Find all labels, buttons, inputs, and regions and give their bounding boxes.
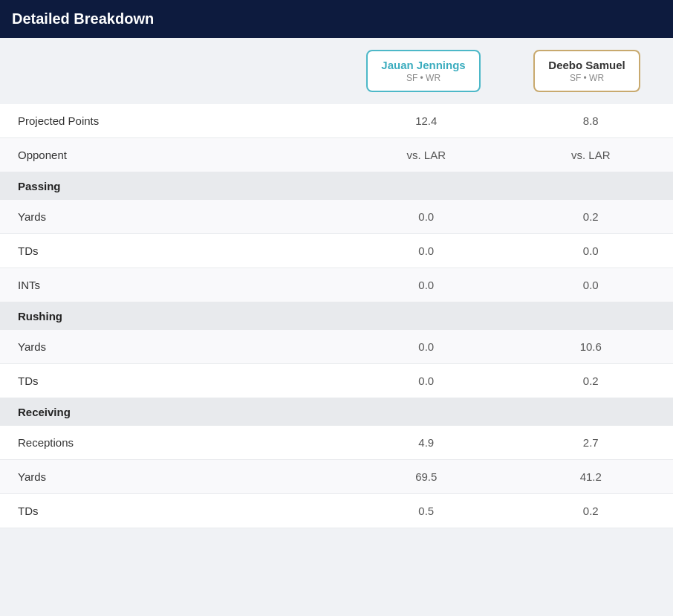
stat-val1: 0.0 — [344, 330, 508, 364]
section-row: Rushing — [0, 302, 673, 331]
stat-row: TDs0.50.2 — [0, 494, 673, 528]
player1-card: Jauan Jennings SF • WR — [366, 50, 480, 92]
stat-val1: 0.0 — [344, 364, 508, 398]
section-label: Receiving — [0, 398, 673, 427]
stat-val2: 2.7 — [509, 426, 673, 460]
content-area: Jauan Jennings SF • WR Deebo Samuel SF •… — [0, 38, 673, 528]
stat-row: Opponentvs. LARvs. LAR — [0, 138, 673, 172]
stat-val2: vs. LAR — [509, 138, 673, 172]
stat-row: Receptions4.92.7 — [0, 426, 673, 460]
stat-label: TDs — [0, 364, 344, 398]
stat-label: Receptions — [0, 426, 344, 460]
player1-name: Jauan Jennings — [381, 59, 465, 71]
player1-header: Jauan Jennings SF • WR — [342, 50, 505, 92]
section-label: Passing — [0, 172, 673, 201]
player2-card: Deebo Samuel SF • WR — [533, 50, 640, 92]
stat-val1: 0.0 — [344, 234, 508, 268]
stat-val2: 41.2 — [509, 460, 673, 494]
section-label: Rushing — [0, 302, 673, 331]
player2-header: Deebo Samuel SF • WR — [505, 50, 669, 92]
stat-val1: 69.5 — [344, 460, 508, 494]
stat-row: INTs0.00.0 — [0, 268, 673, 302]
stat-val1: vs. LAR — [344, 138, 508, 172]
page-title: Detailed Breakdown — [12, 10, 154, 27]
stat-val1: 4.9 — [344, 426, 508, 460]
stat-row: Yards0.00.2 — [0, 200, 673, 234]
stat-label: TDs — [0, 494, 344, 528]
stat-label: Yards — [0, 460, 344, 494]
stat-val1: 0.5 — [344, 494, 508, 528]
stat-val2: 0.2 — [509, 364, 673, 398]
player2-name: Deebo Samuel — [548, 59, 625, 71]
stat-label: INTs — [0, 268, 344, 302]
header: Detailed Breakdown — [0, 0, 673, 38]
stat-row: Yards69.541.2 — [0, 460, 673, 494]
stat-row: TDs0.00.2 — [0, 364, 673, 398]
stat-val2: 10.6 — [509, 330, 673, 364]
stat-val2: 0.2 — [509, 200, 673, 234]
stat-label: Projected Points — [0, 104, 344, 138]
stat-label: Opponent — [0, 138, 344, 172]
stat-row: Projected Points12.48.8 — [0, 104, 673, 138]
player-header-row: Jauan Jennings SF • WR Deebo Samuel SF •… — [0, 38, 673, 104]
stat-row: TDs0.00.0 — [0, 234, 673, 268]
stat-val2: 8.8 — [509, 104, 673, 138]
stat-label: Yards — [0, 330, 344, 364]
stat-label: Yards — [0, 200, 344, 234]
player2-meta: SF • WR — [548, 73, 625, 83]
stat-val1: 0.0 — [344, 200, 508, 234]
stat-row: Yards0.010.6 — [0, 330, 673, 364]
stat-val2: 0.0 — [509, 234, 673, 268]
stat-val2: 0.0 — [509, 268, 673, 302]
player1-meta: SF • WR — [381, 73, 465, 83]
stat-label: TDs — [0, 234, 344, 268]
stat-val2: 0.2 — [509, 494, 673, 528]
section-row: Receiving — [0, 398, 673, 427]
stat-val1: 12.4 — [344, 104, 508, 138]
stats-table: Projected Points12.48.8Opponentvs. LARvs… — [0, 104, 673, 528]
stat-val1: 0.0 — [344, 268, 508, 302]
section-row: Passing — [0, 172, 673, 201]
